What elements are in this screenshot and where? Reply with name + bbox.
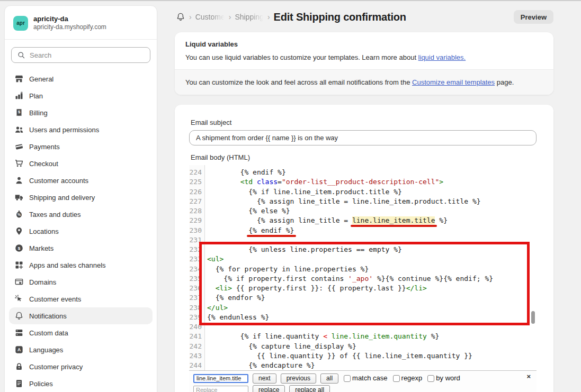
sidebar-item-locations[interactable]: Locations	[9, 223, 153, 240]
email-subject-input[interactable]	[189, 130, 537, 145]
page-title: Edit Shipping confirmation	[274, 11, 406, 23]
sidebar-item-label: Payments	[29, 143, 60, 151]
breadcrumb-item-customer-notifications[interactable]: Custome	[195, 13, 225, 21]
apps-icon	[14, 260, 24, 270]
sidebar-item-checkout[interactable]: Checkout	[9, 155, 153, 172]
line-number: 229	[189, 216, 202, 225]
line-number: 227	[189, 197, 202, 206]
sidebar-item-billing[interactable]: $Billing	[9, 104, 153, 121]
code-line-230[interactable]: {% endif %}	[207, 226, 537, 235]
banner-text-suffix: page.	[495, 78, 514, 86]
sidebar-item-notifications[interactable]: Notifications	[9, 307, 153, 324]
code-line-243[interactable]: {{ line.quantity }} of {{ line.line_item…	[207, 351, 537, 361]
store-domain: apricity-da.myshopify.com	[33, 23, 106, 31]
code-line-238[interactable]: </ul>	[207, 303, 537, 313]
find-previous-button[interactable]: previous	[281, 373, 316, 384]
sidebar-item-markets[interactable]: $Markets	[9, 240, 153, 257]
line-number: 239	[189, 313, 202, 322]
close-search-icon[interactable]: ×	[526, 373, 531, 380]
code-line-241[interactable]: {% if line.quantity < line.line_item.qua…	[207, 332, 537, 341]
code-line-237[interactable]: {% endfor %}	[207, 293, 537, 303]
bell-icon[interactable]	[176, 12, 185, 22]
sidebar-item-customer-events[interactable]: Customer events	[9, 290, 153, 307]
code-line-227[interactable]: {% assign line_title = line.line_item.pr…	[207, 197, 537, 206]
sidebar-search[interactable]	[11, 47, 150, 63]
editor-scrollbar-thumb[interactable]	[531, 311, 535, 324]
sidebar-item-label: Users and permissions	[29, 126, 99, 134]
cursor-icon	[14, 294, 24, 304]
sidebar-item-label: Shipping and delivery	[29, 194, 95, 202]
payments-icon	[14, 142, 24, 151]
replace-all-button[interactable]: replace all	[289, 385, 330, 392]
code-line-232[interactable]: {% unless line.properties == empty %}	[207, 245, 537, 254]
find-next-button[interactable]: next	[253, 373, 276, 384]
person-icon	[14, 176, 24, 185]
code-line-228[interactable]: {% else %}	[207, 206, 537, 216]
match-case-label: match case	[352, 373, 387, 383]
code-line-244[interactable]: {% endcapture %}	[207, 361, 537, 370]
sidebar-item-general[interactable]: General	[9, 70, 153, 87]
code-line-226[interactable]: {% if line.line_item.product.title %}	[207, 187, 537, 197]
sidebar-item-languages[interactable]: ALanguages	[9, 341, 153, 358]
line-number: 224	[189, 168, 202, 177]
domain-icon	[14, 277, 24, 287]
sidebar-item-label: Markets	[29, 244, 53, 252]
liquid-variables-link[interactable]: liquid variables.	[418, 53, 466, 61]
sidebar-item-label: Plan	[29, 92, 43, 100]
match-case-checkbox[interactable]	[344, 375, 351, 382]
sidebar-item-label: Billing	[29, 109, 48, 117]
code-line-239[interactable]: {% endunless %}	[207, 313, 537, 322]
sidebar-item-shipping-and-delivery[interactable]: Shipping and delivery	[9, 189, 153, 206]
sidebar-item-label: Policies	[29, 380, 53, 388]
code-content[interactable]: {% endif %} <td class="order-list__produ…	[205, 165, 537, 370]
line-number-gutter: 2242252262272282292302312322332342352362…	[189, 165, 205, 370]
search-icon	[17, 51, 25, 59]
code-line-224[interactable]: {% endif %}	[207, 168, 537, 177]
line-number: 226	[189, 187, 202, 197]
sidebar-item-policies[interactable]: Policies	[9, 375, 153, 392]
line-number: 236	[189, 284, 202, 293]
regexp-checkbox[interactable]	[393, 375, 400, 382]
code-line-231[interactable]	[207, 235, 537, 245]
sidebar-item-label: Apps and sales channels	[29, 261, 106, 269]
replace-input[interactable]	[193, 386, 248, 392]
find-all-button[interactable]: all	[320, 373, 338, 384]
line-number: 241	[189, 332, 202, 341]
breadcrumb: › Custome › Shipping › Edit Shipping con…	[176, 10, 406, 24]
by-word-checkbox[interactable]	[427, 375, 434, 382]
sidebar-item-taxes-and-duties[interactable]: %Taxes and duties	[9, 206, 153, 223]
users-icon	[14, 125, 24, 134]
sidebar-item-payments[interactable]: Payments	[9, 138, 153, 155]
preview-button[interactable]: Preview	[514, 10, 553, 24]
code-line-234[interactable]: {% for property in line.properties %}	[207, 265, 537, 274]
code-line-225[interactable]: <td class="order-list__product-descripti…	[207, 177, 537, 187]
sidebar-item-domains[interactable]: Domains	[9, 274, 153, 290]
sidebar-item-customer-privacy[interactable]: Customer privacy	[9, 358, 153, 375]
sidebar-item-plan[interactable]: Plan	[9, 87, 153, 104]
sidebar-item-customer-accounts[interactable]: Customer accounts	[9, 172, 153, 189]
breadcrumb-item-shipping[interactable]: Shipping	[235, 13, 264, 21]
code-editor[interactable]: 2242252262272282292302312322332342352362…	[189, 165, 537, 392]
sidebar-item-users-and-permissions[interactable]: Users and permissions	[9, 121, 153, 138]
line-number: 238	[189, 303, 202, 313]
line-number: 244	[189, 361, 202, 370]
policy-icon	[14, 379, 24, 388]
line-number: 233	[189, 254, 202, 264]
customize-email-templates-link[interactable]: Customize email templates	[412, 78, 495, 86]
sidebar-item-apps-and-sales-channels[interactable]: Apps and sales channels	[9, 257, 153, 274]
code-line-240[interactable]	[207, 322, 537, 332]
code-line-242[interactable]: {% capture line_display %}	[207, 342, 537, 351]
replace-button[interactable]: replace	[253, 385, 285, 392]
code-line-233[interactable]: <ul>	[207, 254, 537, 264]
code-line-235[interactable]: {% if property.first contains '_apo' %}{…	[207, 274, 537, 284]
customize-templates-banner: You can customize the look and feel acro…	[175, 69, 553, 95]
find-input[interactable]	[193, 374, 248, 383]
search-input[interactable]	[30, 51, 145, 59]
email-subject-label: Email subject	[191, 118, 537, 126]
code-line-229[interactable]: {% assign line_title = line.line_item.ti…	[207, 216, 537, 225]
data-icon	[14, 328, 24, 338]
code-line-236[interactable]: <li> {{ property.first }}: {{ property.l…	[207, 284, 537, 293]
line-number: 240	[189, 322, 202, 332]
sidebar-divider	[5, 39, 157, 40]
sidebar-item-custom-data[interactable]: Custom data	[9, 324, 153, 341]
